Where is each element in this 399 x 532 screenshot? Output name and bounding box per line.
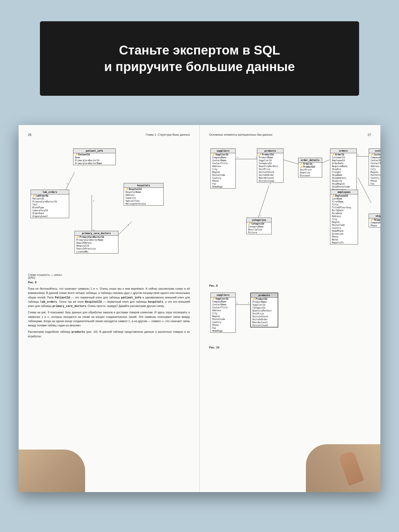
svg-text:∞: ∞ bbox=[236, 302, 238, 304]
table-primary-care-doctors: primary_care_doctors 🔑PrimaryCareDoctorI… bbox=[74, 231, 118, 253]
chapter-title-left: Глава 1. Структура базы данных bbox=[146, 133, 190, 136]
table-products-fig10: products 🔑ProductId ProductName Supplier… bbox=[250, 293, 278, 327]
svg-text:1: 1 bbox=[128, 224, 129, 226]
table-header-lab-orders: lab_orders bbox=[31, 190, 69, 194]
table-header-primary-care-doctors: primary_care_doctors bbox=[75, 231, 118, 236]
page-number-left: 26 bbox=[28, 133, 31, 140]
page-left: 26 Глава 1. Структура базы данных 1 ∞ 1 … bbox=[19, 125, 200, 492]
page-number-right: 27 bbox=[368, 133, 371, 140]
fig10-label: Рис. 10 bbox=[209, 346, 371, 349]
fig8-label: Рис. 8 bbox=[28, 281, 190, 284]
table-lab-orders: lab_orders 🔑LabOrderNo PatientID Primary… bbox=[31, 190, 69, 218]
table-patient-info: patient_info 🔑PatientId Name PrimaryCare… bbox=[73, 148, 116, 165]
svg-text:1: 1 bbox=[260, 215, 261, 217]
hand-left bbox=[19, 450, 85, 492]
table-suppliers-fig10: suppliers 🔑SupplierId CompanyName Contac… bbox=[210, 293, 236, 333]
erd-diagram-left: 1 ∞ 1 ∞ 1 ∞ patient_info 🔑PatientId Name… bbox=[28, 143, 190, 271]
erd-diagram-right-fig10: suppliers 🔑SupplierId CompanyName Contac… bbox=[209, 290, 371, 343]
table-categories: categories 🔑CategoryId CategoryName Desc… bbox=[246, 218, 272, 234]
table-orders: orders 🔑OrderId CustomerId EmployeeId Or… bbox=[330, 148, 357, 192]
table-shippers: shippers 🔑ShipperId CompanyName Phone bbox=[369, 214, 380, 227]
svg-text:1: 1 bbox=[256, 156, 257, 158]
diagram-caption-left: Схема «сущность — связь»(ERD) bbox=[28, 273, 190, 279]
table-customers: customers 🔑CustomerId CompanyName Contac… bbox=[369, 148, 380, 186]
svg-text:1: 1 bbox=[248, 302, 249, 304]
table-suppliers-fig9: suppliers 🔑SupplierId CompanyName Contac… bbox=[210, 148, 236, 189]
banner-title: Станьте экспертом в SQL и приручите боль… bbox=[104, 42, 295, 75]
chapter-title-right: Основные элементы реляционных баз данных bbox=[209, 133, 273, 136]
top-banner: Станьте экспертом в SQL и приручите боль… bbox=[40, 21, 359, 96]
fig9-label: Рис. 9 bbox=[209, 284, 371, 287]
body-text-left: Пока не беспокойтесь, что означают симво… bbox=[28, 286, 190, 338]
svg-line-25 bbox=[258, 186, 269, 218]
page-right: Основные элементы реляционных баз данных… bbox=[200, 125, 380, 492]
table-order-details: order_details 🔑OrderId 🔑ProductId UnitPr… bbox=[298, 158, 322, 177]
svg-text:∞: ∞ bbox=[270, 183, 271, 185]
svg-text:1: 1 bbox=[93, 200, 94, 202]
svg-text:∞: ∞ bbox=[237, 156, 238, 158]
svg-text:1: 1 bbox=[66, 182, 68, 185]
svg-text:∞: ∞ bbox=[358, 154, 359, 156]
svg-line-12 bbox=[281, 159, 300, 164]
erd-diagram-right-fig9: ∞ 1 1 ∞ ∞ 1 ∞ 1 ∞ 1 bbox=[209, 143, 371, 281]
book: 26 Глава 1. Структура базы данных 1 ∞ 1 … bbox=[19, 125, 380, 492]
table-header-hospitals: hospitals bbox=[124, 183, 163, 188]
table-hospitals: hospitals 🔑HospitalId HospitalName Addre… bbox=[124, 183, 164, 206]
table-employees: employees 🔑EmployeeId LastName FirstName… bbox=[330, 190, 358, 244]
table-header-patient-info: patient_info bbox=[73, 149, 115, 153]
table-products-fig9: products 🔑ProductId ProductName Supplier… bbox=[257, 148, 284, 183]
